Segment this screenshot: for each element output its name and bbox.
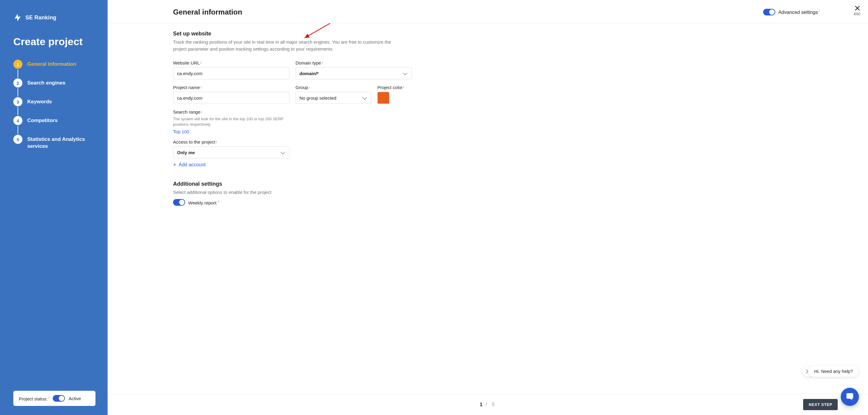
project-name-input[interactable] [173, 92, 289, 104]
add-account-link[interactable]: + Add account [173, 162, 838, 167]
info-icon: i [818, 9, 819, 13]
info-icon: i [48, 395, 49, 400]
domain-type-value: domain/* [300, 71, 318, 76]
access-value: Only me [177, 150, 195, 155]
brand-name: SE Ranking [26, 14, 56, 21]
advanced-settings-label: Advanced settingsi [778, 9, 819, 15]
info-icon: i [200, 61, 201, 65]
step-connector [18, 69, 18, 78]
info-icon: i [321, 61, 322, 65]
access-label: Access to the projecti [173, 139, 838, 145]
close-hint: ESC [854, 12, 861, 16]
weekly-report-row: Weekly report:i [173, 199, 838, 206]
weekly-report-toggle[interactable] [173, 199, 185, 206]
wizard-steps: 1 General information 2 Search engines 3… [13, 60, 95, 150]
project-color-label: Project colori [377, 85, 411, 90]
step-label: Search engines [27, 78, 65, 87]
pager-total: 5 [492, 402, 495, 407]
step-general-information[interactable]: 1 General information [13, 60, 95, 69]
advanced-settings-control: Advanced settingsi [763, 9, 819, 15]
chevron-down-icon [363, 95, 367, 99]
project-color-swatch[interactable] [377, 92, 390, 104]
form-row: Project namei Groupi No group selected [173, 85, 838, 104]
info-icon: i [200, 85, 201, 90]
step-competitors[interactable]: 4 Competitors [13, 116, 95, 125]
search-range-label: Search rangei [173, 109, 838, 115]
step-number: 2 [13, 78, 23, 88]
group-select[interactable]: No group selected [296, 92, 371, 104]
weekly-report-label: Weekly report:i [188, 199, 219, 205]
website-url-label: Website URLi [173, 60, 289, 65]
next-step-button[interactable]: NEXT STEP [803, 399, 838, 410]
chat-button[interactable] [841, 388, 859, 406]
step-label: General information [27, 60, 76, 68]
search-range-link[interactable]: Top 100 [173, 129, 189, 134]
step-number: 5 [13, 135, 23, 144]
step-label: Competitors [27, 116, 58, 124]
project-status-label: Project status:i [19, 395, 49, 402]
step-number: 3 [13, 97, 23, 106]
chevron-down-icon [281, 150, 285, 154]
close-icon [854, 5, 861, 12]
sidebar: SE Ranking Create project 1 General info… [0, 0, 107, 415]
step-connector [18, 107, 18, 116]
chat-icon [845, 392, 855, 402]
help-bubble-text: Hi. Need any help? [814, 369, 853, 374]
add-account-label: Add account [179, 162, 206, 167]
step-connector [18, 126, 18, 134]
search-range-note: The system will look for the site in the… [173, 116, 288, 127]
brand-logo: SE Ranking [13, 13, 95, 22]
project-status-value: Active [68, 396, 81, 401]
step-number: 4 [13, 116, 23, 125]
pager: 1 / 5 [480, 402, 496, 408]
group-label: Groupi [296, 85, 371, 90]
step-statistics-analytics[interactable]: 5 Statistics and Analytics services [13, 135, 95, 150]
content: Set up website Track the ranking positio… [107, 23, 868, 394]
step-label: Statistics and Analytics services [27, 135, 88, 150]
step-search-engines[interactable]: 2 Search engines [13, 78, 95, 88]
step-keywords[interactable]: 3 Keywords [13, 97, 95, 106]
section-setup-subtitle: Track the ranking positions of your site… [173, 39, 403, 53]
domain-type-label: Domain typei [296, 60, 412, 65]
close-button[interactable]: ESC [854, 5, 861, 16]
info-icon: i [403, 85, 404, 90]
section-additional-title: Additional settings [173, 181, 838, 187]
domain-type-select[interactable]: domain/* [296, 67, 412, 79]
info-icon: i [218, 199, 219, 203]
annotation-arrow-left [107, 23, 111, 43]
access-select[interactable]: Only me [173, 146, 289, 158]
page-title: General information [173, 8, 242, 17]
section-additional-subtitle: Select additional options to enable for … [173, 189, 403, 196]
main: ESC General information Advanced setting… [107, 0, 868, 415]
project-status-card: Project status:i Active [13, 391, 95, 406]
info-icon: i [216, 140, 217, 144]
form-row: Website URLi Domain typei domain/* [173, 60, 838, 79]
help-bubble: Hi. Need any help? [808, 365, 859, 377]
pager-separator: / [486, 402, 487, 407]
project-status-toggle[interactable] [53, 395, 65, 402]
brand-logo-icon [13, 13, 22, 22]
sidebar-title: Create project [13, 36, 95, 47]
website-url-input[interactable] [173, 67, 289, 79]
chevron-down-icon [403, 71, 407, 75]
info-icon: i [201, 110, 202, 114]
pager-current: 1 [480, 402, 483, 407]
app-root: SE Ranking Create project 1 General info… [0, 0, 868, 415]
group-value: No group selected [300, 95, 336, 101]
project-name-label: Project namei [173, 85, 289, 90]
section-setup-title: Set up website [173, 31, 838, 37]
step-label: Keywords [27, 97, 52, 105]
advanced-settings-toggle[interactable] [763, 9, 775, 15]
page-header: General information Advanced settingsi [107, 0, 868, 23]
info-icon: i [309, 85, 310, 90]
footer: 1 / 5 NEXT STEP [107, 394, 868, 415]
step-number: 1 [13, 60, 23, 69]
plus-icon: + [173, 162, 176, 167]
step-connector [18, 88, 18, 97]
